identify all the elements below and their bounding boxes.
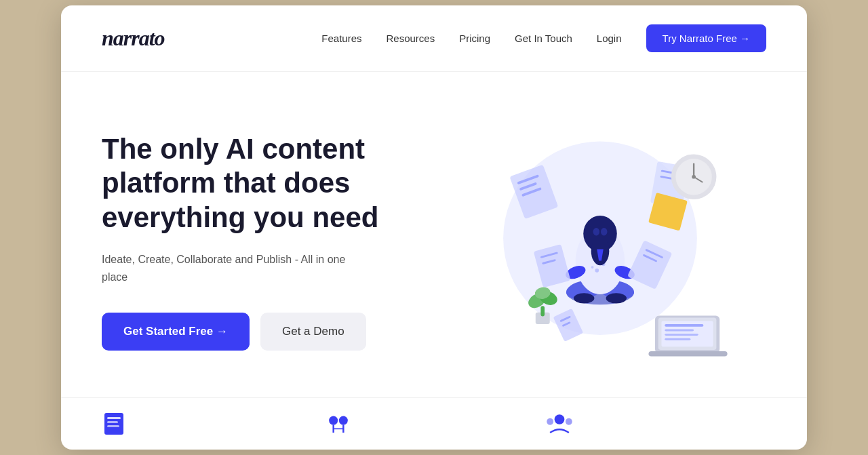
svg-point-22 xyxy=(591,266,594,269)
svg-point-30 xyxy=(574,293,594,303)
bottom-item-document xyxy=(102,412,323,436)
svg-point-65 xyxy=(566,418,572,425)
svg-rect-49 xyxy=(665,334,698,336)
nav-resources[interactable]: Resources xyxy=(386,33,435,44)
svg-point-63 xyxy=(555,414,565,424)
hero-illustration xyxy=(434,113,766,370)
svg-rect-50 xyxy=(665,338,690,340)
hero-svg xyxy=(465,123,736,360)
bottom-item-team xyxy=(545,412,766,436)
users-icon xyxy=(323,412,353,436)
get-started-button[interactable]: Get Started Free → xyxy=(102,313,250,351)
svg-point-27 xyxy=(593,228,600,235)
document-icon xyxy=(102,412,132,436)
nav-features[interactable]: Features xyxy=(321,33,361,44)
svg-point-12 xyxy=(692,175,696,179)
svg-point-31 xyxy=(606,293,627,303)
hero-left: The only AI content platform that does e… xyxy=(102,132,434,351)
svg-rect-56 xyxy=(107,421,118,423)
svg-rect-54 xyxy=(104,413,123,435)
browser-window: narrato Features Resources Pricing Get I… xyxy=(61,5,807,450)
nav-contact[interactable]: Get In Touch xyxy=(515,33,572,44)
svg-point-58 xyxy=(329,416,338,425)
bottom-item-collaboration xyxy=(323,412,545,436)
bottom-bar xyxy=(61,397,807,450)
nav-links: Features Resources Pricing Get In Touch … xyxy=(321,24,766,52)
svg-rect-45 xyxy=(648,351,727,357)
svg-point-20 xyxy=(595,269,599,273)
svg-rect-48 xyxy=(665,330,694,332)
nav-cta-button[interactable]: Try Narrato Free → xyxy=(646,24,766,52)
hero-section: The only AI content platform that does e… xyxy=(61,72,807,397)
hero-title: The only AI content platform that does e… xyxy=(102,132,434,235)
svg-rect-55 xyxy=(107,417,121,419)
svg-rect-57 xyxy=(107,425,119,427)
hero-buttons: Get Started Free → Get a Demo xyxy=(102,313,434,351)
navigation: narrato Features Resources Pricing Get I… xyxy=(61,5,807,72)
svg-rect-47 xyxy=(665,324,703,327)
logo[interactable]: narrato xyxy=(102,26,165,51)
get-demo-button[interactable]: Get a Demo xyxy=(260,313,366,351)
svg-point-28 xyxy=(601,228,608,235)
svg-point-64 xyxy=(547,418,554,425)
nav-login[interactable]: Login xyxy=(597,33,622,44)
team-icon xyxy=(545,412,574,436)
svg-point-59 xyxy=(338,416,347,425)
hero-subtitle: Ideate, Create, Collaborate and Publish … xyxy=(102,251,359,285)
svg-rect-39 xyxy=(540,306,545,316)
nav-pricing[interactable]: Pricing xyxy=(459,33,490,44)
